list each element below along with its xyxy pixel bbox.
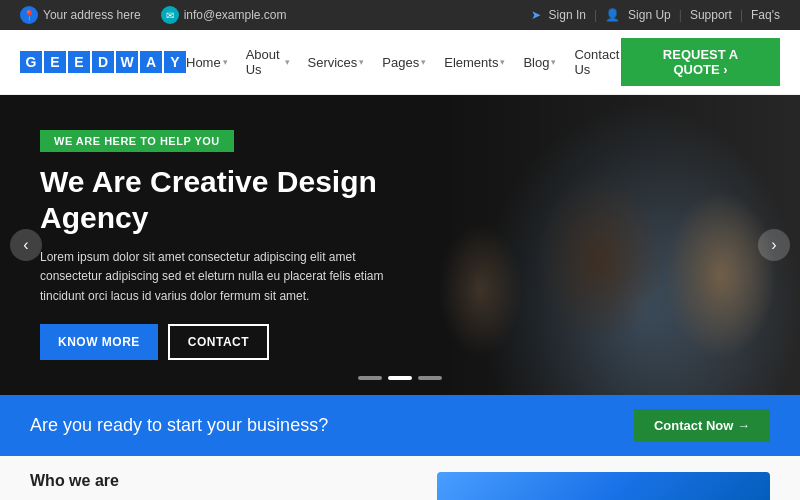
top-bar-right: ➤ Sign In | 👤 Sign Up | Support | Faq's [531, 8, 780, 22]
signup-icon: 👤 [605, 8, 620, 22]
cta-text: Are you ready to start your business? [30, 415, 328, 436]
logo-letter: E [44, 51, 66, 73]
who-we-are-image [437, 472, 770, 500]
dropdown-caret-icon: ▾ [285, 57, 290, 67]
hero-content: WE ARE HERE TO HELP YOU We Are Creative … [0, 95, 480, 395]
top-bar-left: 📍 Your address here ✉ info@example.com [20, 6, 287, 24]
email-item: ✉ info@example.com [161, 6, 287, 24]
dropdown-caret-icon: ▾ [223, 57, 228, 67]
hero-buttons: KNOW MORE CONTACT [40, 324, 440, 360]
carousel-prev-button[interactable]: ‹ [10, 229, 42, 261]
nav-links: Home▾About Us▾Services▾Pages▾Elements▾Bl… [186, 47, 621, 77]
carousel-dot-2[interactable] [388, 376, 412, 380]
cta-banner: Are you ready to start your business? Co… [0, 395, 800, 456]
contact-button[interactable]: CONTACT [168, 324, 269, 360]
faqs-link[interactable]: Faq's [751, 8, 780, 22]
hero-title: We Are Creative DesignAgency [40, 164, 440, 236]
nav-link-contact-us[interactable]: Contact Us [574, 47, 621, 77]
contact-now-button[interactable]: Contact Now → [634, 409, 770, 442]
logo-letter: Y [164, 51, 186, 73]
who-we-are-title: Who we are [30, 472, 119, 490]
carousel-dot-3[interactable] [418, 376, 442, 380]
location-icon: 📍 [20, 6, 38, 24]
hero-section: WE ARE HERE TO HELP YOU We Are Creative … [0, 95, 800, 395]
hero-description: Lorem ipsum dolor sit amet consectetur a… [40, 248, 400, 306]
dropdown-caret-icon: ▾ [500, 57, 505, 67]
email-text: info@example.com [184, 8, 287, 22]
bottom-section: Who we are [0, 456, 800, 500]
know-more-button[interactable]: KNOW MORE [40, 324, 158, 360]
nav-link-services[interactable]: Services▾ [308, 55, 365, 70]
request-quote-button[interactable]: REQUEST A QUOTE › [621, 38, 780, 86]
logo-letter: A [140, 51, 162, 73]
dropdown-caret-icon: ▾ [421, 57, 426, 67]
carousel-dots [358, 376, 442, 380]
support-link[interactable]: Support [690, 8, 732, 22]
carousel-next-button[interactable]: › [758, 229, 790, 261]
nav-link-pages[interactable]: Pages▾ [382, 55, 426, 70]
nav-link-about-us[interactable]: About Us▾ [246, 47, 290, 77]
logo-letter: E [68, 51, 90, 73]
email-icon: ✉ [161, 6, 179, 24]
logo-letter: W [116, 51, 138, 73]
signup-link[interactable]: Sign Up [628, 8, 671, 22]
signin-icon: ➤ [531, 8, 541, 22]
dropdown-caret-icon: ▾ [551, 57, 556, 67]
logo[interactable]: GEEDWAY [20, 51, 186, 73]
navbar: GEEDWAY Home▾About Us▾Services▾Pages▾Ele… [0, 30, 800, 95]
logo-letter: D [92, 51, 114, 73]
carousel-dot-1[interactable] [358, 376, 382, 380]
address-text: Your address here [43, 8, 141, 22]
logo-letter: G [20, 51, 42, 73]
dropdown-caret-icon: ▾ [359, 57, 364, 67]
top-bar: 📍 Your address here ✉ info@example.com ➤… [0, 0, 800, 30]
signin-link[interactable]: Sign In [549, 8, 586, 22]
nav-link-elements[interactable]: Elements▾ [444, 55, 505, 70]
address-item: 📍 Your address here [20, 6, 141, 24]
hero-badge: WE ARE HERE TO HELP YOU [40, 130, 234, 152]
nav-link-home[interactable]: Home▾ [186, 55, 228, 70]
nav-link-blog[interactable]: Blog▾ [523, 55, 556, 70]
